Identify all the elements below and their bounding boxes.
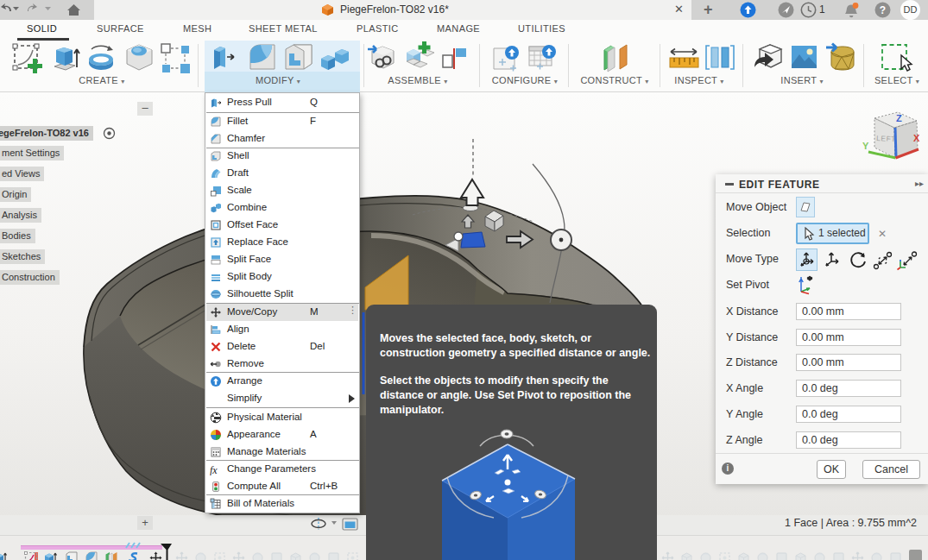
svg-text:X: X [913,133,920,143]
svg-text:fx: fx [210,463,218,475]
svg-text:?: ? [880,4,886,16]
svg-text:Z: Z [896,113,902,123]
svg-text:LEFT: LEFT [876,134,896,143]
svg-text:Y: Y [862,141,869,151]
